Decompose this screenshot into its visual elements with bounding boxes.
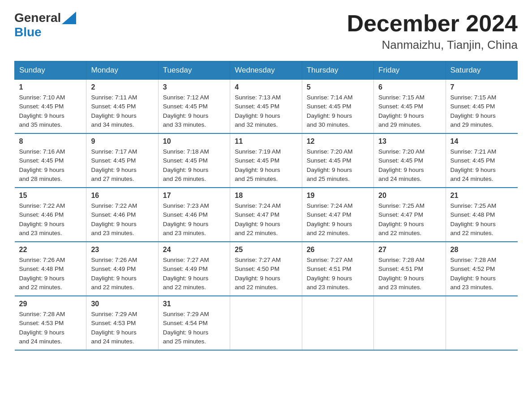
day-info: Sunrise: 7:29 AMSunset: 4:53 PMDaylight:…	[91, 310, 153, 346]
calendar-cell: 29Sunrise: 7:28 AMSunset: 4:53 PMDayligh…	[15, 296, 86, 350]
calendar-cell: 20Sunrise: 7:25 AMSunset: 4:47 PMDayligh…	[374, 188, 446, 242]
calendar-cell: 25Sunrise: 7:27 AMSunset: 4:50 PMDayligh…	[230, 242, 302, 296]
day-number: 21	[450, 192, 513, 200]
calendar-cell	[374, 296, 446, 350]
day-info: Sunrise: 7:11 AMSunset: 4:45 PMDaylight:…	[91, 93, 153, 129]
day-info: Sunrise: 7:18 AMSunset: 4:45 PMDaylight:…	[163, 147, 225, 184]
day-number: 4	[235, 83, 297, 91]
title-section: December 2024 Nanmaizhu, Tianjin, China	[347, 11, 518, 52]
day-number: 18	[235, 192, 297, 200]
weekday-header-wednesday: Wednesday	[230, 61, 302, 80]
day-info: Sunrise: 7:21 AMSunset: 4:45 PMDaylight:…	[450, 147, 513, 184]
day-info: Sunrise: 7:10 AMSunset: 4:45 PMDaylight:…	[19, 93, 82, 129]
logo-triangle-icon	[62, 12, 76, 24]
weekday-header-saturday: Saturday	[446, 61, 517, 80]
day-info: Sunrise: 7:13 AMSunset: 4:45 PMDaylight:…	[235, 93, 297, 129]
day-info: Sunrise: 7:28 AMSunset: 4:53 PMDaylight:…	[19, 310, 82, 346]
calendar-table: SundayMondayTuesdayWednesdayThursdayFrid…	[14, 61, 518, 351]
page-header: General Blue December 2024 Nanmaizhu, Ti…	[14, 11, 518, 52]
day-info: Sunrise: 7:26 AMSunset: 4:49 PMDaylight:…	[91, 256, 153, 292]
day-info: Sunrise: 7:27 AMSunset: 4:51 PMDaylight:…	[307, 256, 369, 292]
day-number: 8	[19, 137, 82, 146]
day-number: 26	[307, 246, 369, 254]
day-info: Sunrise: 7:15 AMSunset: 4:45 PMDaylight:…	[378, 93, 441, 129]
day-number: 12	[307, 137, 369, 146]
calendar-cell: 10Sunrise: 7:18 AMSunset: 4:45 PMDayligh…	[158, 133, 230, 188]
calendar-cell: 6Sunrise: 7:15 AMSunset: 4:45 PMDaylight…	[374, 80, 446, 134]
day-info: Sunrise: 7:24 AMSunset: 4:47 PMDaylight:…	[307, 201, 369, 238]
calendar-cell: 13Sunrise: 7:20 AMSunset: 4:45 PMDayligh…	[374, 133, 446, 188]
calendar-cell: 9Sunrise: 7:17 AMSunset: 4:45 PMDaylight…	[86, 133, 158, 188]
calendar-cell: 14Sunrise: 7:21 AMSunset: 4:45 PMDayligh…	[446, 133, 517, 188]
weekday-header-friday: Friday	[374, 61, 446, 80]
day-number: 20	[378, 192, 441, 200]
day-info: Sunrise: 7:27 AMSunset: 4:50 PMDaylight:…	[235, 256, 297, 292]
day-number: 3	[163, 83, 225, 91]
calendar-cell: 21Sunrise: 7:25 AMSunset: 4:48 PMDayligh…	[446, 188, 517, 242]
day-info: Sunrise: 7:16 AMSunset: 4:45 PMDaylight:…	[19, 147, 82, 184]
week-row-1: 1Sunrise: 7:10 AMSunset: 4:45 PMDaylight…	[15, 80, 518, 134]
calendar-cell: 12Sunrise: 7:20 AMSunset: 4:45 PMDayligh…	[302, 133, 373, 188]
calendar-cell: 16Sunrise: 7:22 AMSunset: 4:46 PMDayligh…	[86, 188, 158, 242]
day-info: Sunrise: 7:24 AMSunset: 4:47 PMDaylight:…	[235, 201, 297, 238]
day-info: Sunrise: 7:23 AMSunset: 4:46 PMDaylight:…	[163, 201, 225, 238]
calendar-cell: 11Sunrise: 7:19 AMSunset: 4:45 PMDayligh…	[230, 133, 302, 188]
calendar-cell: 1Sunrise: 7:10 AMSunset: 4:45 PMDaylight…	[15, 80, 86, 134]
weekday-header-thursday: Thursday	[302, 61, 373, 80]
calendar-cell: 28Sunrise: 7:28 AMSunset: 4:52 PMDayligh…	[446, 242, 517, 296]
day-number: 14	[450, 137, 513, 146]
day-info: Sunrise: 7:27 AMSunset: 4:49 PMDaylight:…	[163, 256, 225, 292]
calendar-cell: 24Sunrise: 7:27 AMSunset: 4:49 PMDayligh…	[158, 242, 230, 296]
day-info: Sunrise: 7:14 AMSunset: 4:45 PMDaylight:…	[307, 93, 369, 129]
day-info: Sunrise: 7:19 AMSunset: 4:45 PMDaylight:…	[235, 147, 297, 184]
day-number: 22	[19, 246, 82, 254]
weekday-header-sunday: Sunday	[15, 61, 86, 80]
calendar-cell: 15Sunrise: 7:22 AMSunset: 4:46 PMDayligh…	[15, 188, 86, 242]
svg-marker-0	[62, 12, 76, 24]
calendar-cell	[302, 296, 373, 350]
day-number: 19	[307, 192, 369, 200]
day-number: 1	[19, 83, 82, 91]
day-info: Sunrise: 7:22 AMSunset: 4:46 PMDaylight:…	[91, 201, 153, 238]
day-info: Sunrise: 7:22 AMSunset: 4:46 PMDaylight:…	[19, 201, 82, 238]
day-number: 9	[91, 137, 153, 146]
day-info: Sunrise: 7:12 AMSunset: 4:45 PMDaylight:…	[163, 93, 225, 129]
weekday-header-tuesday: Tuesday	[158, 61, 230, 80]
day-info: Sunrise: 7:25 AMSunset: 4:47 PMDaylight:…	[378, 201, 441, 238]
calendar-cell: 30Sunrise: 7:29 AMSunset: 4:53 PMDayligh…	[86, 296, 158, 350]
day-number: 6	[378, 83, 441, 91]
calendar-cell: 18Sunrise: 7:24 AMSunset: 4:47 PMDayligh…	[230, 188, 302, 242]
day-info: Sunrise: 7:26 AMSunset: 4:48 PMDaylight:…	[19, 256, 82, 292]
calendar-cell: 5Sunrise: 7:14 AMSunset: 4:45 PMDaylight…	[302, 80, 373, 134]
day-info: Sunrise: 7:25 AMSunset: 4:48 PMDaylight:…	[450, 201, 513, 238]
calendar-cell: 22Sunrise: 7:26 AMSunset: 4:48 PMDayligh…	[15, 242, 86, 296]
day-info: Sunrise: 7:28 AMSunset: 4:51 PMDaylight:…	[378, 256, 441, 292]
calendar-cell: 2Sunrise: 7:11 AMSunset: 4:45 PMDaylight…	[86, 80, 158, 134]
week-row-2: 8Sunrise: 7:16 AMSunset: 4:45 PMDaylight…	[15, 133, 518, 188]
day-number: 30	[91, 300, 153, 308]
day-number: 10	[163, 137, 225, 146]
day-info: Sunrise: 7:20 AMSunset: 4:45 PMDaylight:…	[378, 147, 441, 184]
day-info: Sunrise: 7:29 AMSunset: 4:54 PMDaylight:…	[163, 310, 225, 346]
day-number: 29	[19, 300, 82, 308]
logo-blue-text: Blue	[14, 25, 42, 39]
logo: General Blue	[14, 11, 77, 39]
day-info: Sunrise: 7:28 AMSunset: 4:52 PMDaylight:…	[450, 256, 513, 292]
week-row-5: 29Sunrise: 7:28 AMSunset: 4:53 PMDayligh…	[15, 296, 518, 350]
calendar-cell: 17Sunrise: 7:23 AMSunset: 4:46 PMDayligh…	[158, 188, 230, 242]
location-title: Nanmaizhu, Tianjin, China	[347, 38, 518, 52]
day-number: 11	[235, 137, 297, 146]
day-info: Sunrise: 7:15 AMSunset: 4:45 PMDaylight:…	[450, 93, 513, 129]
calendar-cell: 7Sunrise: 7:15 AMSunset: 4:45 PMDaylight…	[446, 80, 517, 134]
day-info: Sunrise: 7:17 AMSunset: 4:45 PMDaylight:…	[91, 147, 153, 184]
calendar-cell: 8Sunrise: 7:16 AMSunset: 4:45 PMDaylight…	[15, 133, 86, 188]
week-row-4: 22Sunrise: 7:26 AMSunset: 4:48 PMDayligh…	[15, 242, 518, 296]
day-number: 7	[450, 83, 513, 91]
day-number: 13	[378, 137, 441, 146]
calendar-cell	[230, 296, 302, 350]
weekday-header-row: SundayMondayTuesdayWednesdayThursdayFrid…	[15, 61, 518, 80]
day-number: 24	[163, 246, 225, 254]
day-number: 28	[450, 246, 513, 254]
day-number: 2	[91, 83, 153, 91]
day-number: 15	[19, 192, 82, 200]
